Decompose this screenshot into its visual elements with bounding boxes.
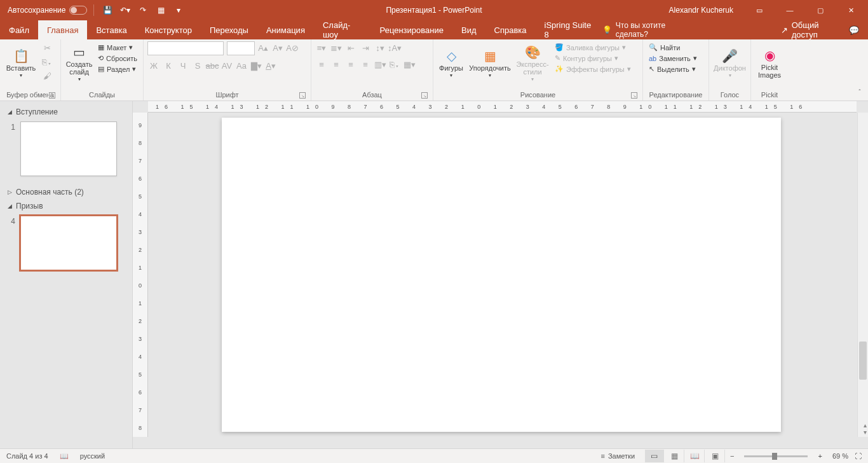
zoom-in-icon[interactable]: + [818,452,822,460]
tab-ispring[interactable]: iSpring Suite 8 [536,20,602,39]
minimize-icon[interactable]: — [775,0,804,20]
font-size-combo[interactable] [227,41,255,55]
justify-icon[interactable]: ≡ [359,58,372,71]
shape-outline-button[interactable]: ✎Контур фигуры▾ [553,53,633,63]
tab-home[interactable]: Главная [38,20,87,39]
section-button[interactable]: ▤Раздел▾ [96,64,139,74]
section-cta[interactable]: ◢ Призыв [6,199,126,213]
bullets-icon[interactable]: ≡▾ [315,41,328,54]
increase-font-icon[interactable]: A▴ [257,41,269,54]
numbering-icon[interactable]: ≣▾ [330,41,342,54]
tab-view[interactable]: Вид [452,20,485,39]
comments-icon[interactable]: 💬 [848,23,860,37]
slide-thumb-1[interactable]: 1 [6,121,126,176]
tab-help[interactable]: Справка [485,20,536,39]
arrange-button[interactable]: ▦ Упорядочить▾ [468,41,512,86]
user-name[interactable]: Alexandr Kucheruk [669,6,733,15]
share-button[interactable]: ↗ Общий доступ [781,20,838,39]
cut-icon[interactable]: ✂ [41,41,53,54]
align-center-icon[interactable]: ≡ [330,58,342,71]
tab-design[interactable]: Конструктор [136,20,201,39]
slide-canvas[interactable] [222,118,781,432]
shape-fill-button[interactable]: 🪣Заливка фигуры▾ [553,43,633,52]
slide-thumb-4[interactable]: 4 [6,216,126,270]
close-icon[interactable]: ✕ [836,0,865,20]
tell-me-search[interactable]: 💡 Что вы хотите сделать? [602,21,687,39]
scrollbar-thumb[interactable] [859,342,867,380]
start-from-beginning-icon[interactable]: ▦ [154,3,168,17]
font-color-icon[interactable]: A▾ [264,59,277,72]
slide-thumbnail-panel[interactable]: ◢ Вступление 1 ▷ Основная часть (2) ◢ Пр… [0,101,133,448]
section-intro[interactable]: ◢ Вступление [6,105,126,119]
tab-animations[interactable]: Анимация [257,20,314,39]
strikethrough-icon[interactable]: abc [206,59,219,72]
spellcheck-icon[interactable]: 📖 [60,452,69,460]
autosave-toggle[interactable]: Автосохранение [8,6,87,15]
align-right-icon[interactable]: ≡ [344,58,357,71]
replace-button[interactable]: abЗаменить▾ [647,53,699,63]
ruler-vertical[interactable]: 9876543210123456789 [133,113,148,437]
select-button[interactable]: ↖Выделить▾ [647,64,699,74]
text-shadow-icon[interactable]: S [191,59,204,72]
language-button[interactable]: русский [80,452,105,460]
thumbnail[interactable] [20,121,117,176]
bold-icon[interactable]: Ж [147,59,160,72]
zoom-out-icon[interactable]: − [730,452,734,460]
font-name-combo[interactable] [147,41,224,55]
reading-view-icon[interactable]: 📖 [686,450,705,462]
maximize-icon[interactable]: ▢ [806,0,835,20]
tab-transitions[interactable]: Переходы [201,20,257,39]
next-slide-icon[interactable]: ▾ [864,429,867,436]
highlight-icon[interactable]: ▇▾ [250,59,262,72]
columns-icon[interactable]: ▥▾ [374,58,386,71]
format-painter-icon[interactable]: 🖌 [41,69,53,82]
paste-button[interactable]: 📋 Вставить ▾ [4,41,38,86]
tab-review[interactable]: Рецензирование [371,20,452,39]
align-left-icon[interactable]: ≡ [315,58,328,71]
underline-icon[interactable]: Ч [177,59,189,72]
undo-icon[interactable]: ↶▾ [118,3,132,17]
find-button[interactable]: 🔍Найти [647,43,699,52]
normal-view-icon[interactable]: ▭ [645,450,664,462]
dialog-launcher-icon[interactable]: ↘ [421,92,428,99]
quick-styles-button[interactable]: 🎨 Экспресс-стили▾ [515,41,550,86]
italic-icon[interactable]: К [162,59,175,72]
ribbon-display-options-icon[interactable]: ▭ [745,0,774,20]
slideshow-view-icon[interactable]: ▣ [706,450,725,462]
layout-button[interactable]: ▦Макет▾ [96,43,139,52]
slide-edit-area[interactable]: 16 15 14 13 12 11 10 9 8 7 6 5 4 3 2 1 0… [133,101,868,448]
change-case-icon[interactable]: Aa [235,59,248,72]
prev-slide-icon[interactable]: ▴ [864,422,867,429]
dialog-launcher-icon[interactable]: ↘ [299,92,306,99]
tab-slideshow[interactable]: Слайд-шоу [314,20,371,39]
collapse-ribbon-icon[interactable]: ˆ [855,88,864,97]
customize-qat-icon[interactable]: ▾ [172,3,186,17]
decrease-indent-icon[interactable]: ⇤ [344,41,357,54]
tab-file[interactable]: Файл [0,20,38,39]
reset-button[interactable]: ⟲Сбросить [96,53,139,63]
char-spacing-icon[interactable]: AV [220,59,233,72]
section-main[interactable]: ▷ Основная часть (2) [6,185,126,199]
redo-icon[interactable]: ↷ [136,3,150,17]
smartart-icon[interactable]: ▦▾ [403,58,416,71]
toggle-switch[interactable] [69,6,87,15]
shape-effects-button[interactable]: ✨Эффекты фигуры▾ [553,64,633,74]
dialog-launcher-icon[interactable]: ↘ [49,92,55,99]
dialog-launcher-icon[interactable]: ↘ [631,92,637,99]
text-direction-icon[interactable]: ↕A▾ [388,41,401,54]
new-slide-button[interactable]: ▭ Создать слайд ▾ [65,41,93,86]
notes-button[interactable]: ≡ Заметки [601,452,635,460]
pickit-button[interactable]: ◉ Pickit Images [755,41,784,86]
line-spacing-icon[interactable]: ↕▾ [374,41,386,54]
slide-sorter-icon[interactable]: ▦ [665,450,684,462]
increase-indent-icon[interactable]: ⇥ [359,41,372,54]
tab-insert[interactable]: Вставка [87,20,135,39]
zoom-slider[interactable] [744,455,808,457]
clear-formatting-icon[interactable]: A⊘ [286,41,299,54]
thumbnail[interactable] [20,216,117,270]
zoom-level[interactable]: 69 % [832,452,848,460]
zoom-handle[interactable] [772,453,777,460]
save-icon[interactable]: 💾 [100,3,114,17]
slide-count[interactable]: Слайд 4 из 4 [6,452,48,460]
shapes-button[interactable]: ◇ Фигуры▾ [437,41,465,86]
